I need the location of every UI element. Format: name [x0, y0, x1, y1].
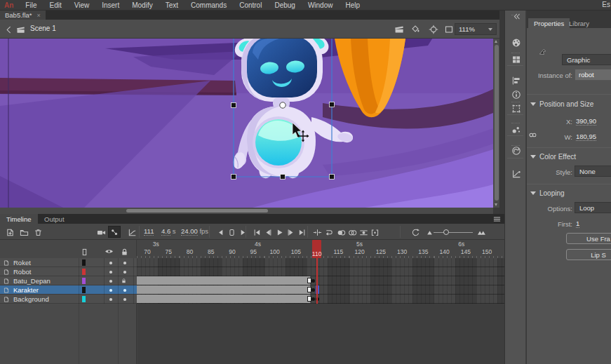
edit-symbols-button[interactable] [410, 24, 422, 35]
graph-editor-button[interactable] [126, 227, 137, 238]
transform-point[interactable] [280, 102, 286, 108]
loop-playback-button[interactable] [323, 227, 334, 238]
edit-scene-button[interactable] [394, 24, 405, 35]
layer-outline-swatch[interactable] [82, 296, 86, 302]
layer-lock-dot[interactable] [123, 262, 126, 264]
layer-row-robot[interactable]: Robot [0, 267, 137, 276]
next-frame-button[interactable] [285, 227, 296, 238]
onion-skin-button[interactable] [335, 227, 347, 238]
stage-horizontal-scrollbar[interactable] [0, 208, 493, 214]
x-value[interactable]: 390,90 [576, 117, 596, 126]
menu-item-commands[interactable]: Commands [184, 0, 233, 11]
stage[interactable] [0, 39, 493, 208]
outline-all-layers-button[interactable] [80, 248, 89, 257]
step-forward-button[interactable] [237, 227, 248, 238]
elapsed-time-counter[interactable]: 4.6 s [161, 228, 176, 235]
playhead-marker[interactable]: 110 [312, 240, 321, 258]
step-back-button[interactable] [215, 227, 226, 238]
dock-grip[interactable] [511, 145, 520, 147]
loop-options-select[interactable]: Loop [575, 202, 611, 213]
play-button[interactable] [274, 227, 285, 238]
frame-span[interactable] [137, 276, 311, 285]
go-last-button[interactable] [296, 227, 307, 238]
tab-timeline[interactable]: Timeline [0, 214, 38, 224]
zoom-out-frames-button[interactable] [424, 227, 435, 238]
layer-outline-swatch[interactable] [82, 287, 86, 293]
symbol-type-select[interactable]: Graphic [562, 54, 611, 65]
dock-grip[interactable] [511, 123, 520, 124]
keyframe-dot[interactable] [311, 297, 315, 301]
workspace-switcher[interactable]: Es [602, 1, 611, 8]
tab-output[interactable]: Output [38, 214, 71, 224]
empty-end-frame[interactable] [307, 278, 311, 283]
frame-span[interactable] [137, 285, 311, 294]
dock-grip[interactable] [511, 53, 520, 54]
instance-name-field[interactable] [575, 69, 611, 81]
scroll-down-icon[interactable] [495, 203, 497, 206]
close-tab-icon[interactable]: × [37, 12, 41, 19]
color-panel-button[interactable] [511, 37, 522, 48]
current-frame-counter[interactable]: 111 [144, 228, 154, 235]
menu-item-control[interactable]: Control [233, 0, 268, 11]
menu-item-file[interactable]: File [19, 0, 43, 11]
show-hide-all-layers-button[interactable] [105, 247, 114, 256]
lock-all-layers-button[interactable] [120, 248, 129, 257]
layer-lock-dot[interactable] [123, 289, 126, 292]
empty-end-frame[interactable] [307, 287, 311, 292]
cc-libraries-panel-button[interactable] [511, 145, 522, 156]
swatches-panel-button[interactable] [511, 54, 522, 65]
section-position-size[interactable]: Position and Size [530, 100, 593, 108]
stage-vertical-scrollbar[interactable] [493, 39, 499, 208]
motion-editor-panel-button[interactable] [511, 168, 522, 180]
document-tab[interactable]: Bab5.fla* × [0, 11, 46, 20]
menu-item-text[interactable]: Text [159, 0, 184, 11]
delete-layer-button[interactable] [32, 227, 43, 238]
frame-rate-counter[interactable]: 24.00 fps [181, 228, 208, 235]
zoom-in-frames-button[interactable] [476, 227, 487, 238]
layer-visibility-dot[interactable] [109, 271, 112, 274]
back-button[interactable] [3, 24, 14, 35]
frames-row-karakter[interactable] [137, 285, 504, 295]
current-frame-box-button[interactable] [226, 227, 237, 238]
keyframe-dot[interactable] [311, 288, 315, 292]
transform-panel-button[interactable] [511, 103, 522, 114]
menu-item-help[interactable]: Help [339, 0, 366, 11]
scene-name[interactable]: Scene 1 [30, 25, 56, 32]
new-folder-button[interactable] [18, 227, 29, 238]
center-stage-button[interactable] [428, 24, 439, 35]
brush-library-panel-button[interactable] [511, 124, 522, 135]
align-panel-button[interactable] [511, 75, 522, 86]
section-color-effect[interactable]: Color Effect [530, 153, 576, 161]
zoom-select[interactable]: 111% [455, 23, 497, 35]
clip-content-button[interactable] [443, 24, 455, 35]
new-layer-button[interactable] [4, 227, 15, 238]
panel-menu-button[interactable] [492, 215, 502, 224]
prev-frame-button[interactable] [262, 227, 274, 238]
scrollbar-thumb[interactable] [126, 209, 268, 213]
menu-item-view[interactable]: View [68, 0, 96, 11]
frames-row-batu_depan[interactable] [137, 276, 504, 285]
lip-syncing-button[interactable]: Lip S [566, 249, 611, 260]
panel-divider[interactable] [499, 11, 504, 214]
edit-multiple-frames-button[interactable] [358, 227, 369, 238]
w-value[interactable]: 180,95 [576, 133, 596, 141]
layer-lock-dot[interactable] [123, 271, 126, 274]
keyframe-dot[interactable] [311, 279, 315, 283]
layer-outline-swatch[interactable] [82, 259, 86, 266]
layer-visibility-dot[interactable] [109, 262, 112, 264]
dock-grip[interactable] [511, 15, 520, 16]
dock-grip[interactable] [511, 102, 520, 103]
empty-end-frame[interactable] [307, 296, 311, 302]
scroll-up-icon[interactable] [495, 40, 497, 43]
menu-item-debug[interactable]: Debug [268, 0, 301, 11]
menu-item-window[interactable]: Window [302, 0, 340, 11]
lock-icon[interactable] [121, 278, 127, 284]
menu-item-edit[interactable]: Edit [43, 0, 67, 11]
collapse-panels-button[interactable] [511, 12, 521, 21]
onion-outlines-button[interactable] [347, 227, 358, 238]
layer-outline-swatch[interactable] [82, 269, 86, 275]
slider-knob[interactable] [443, 229, 449, 235]
layer-visibility-dot[interactable] [109, 298, 112, 301]
show-parenting-button[interactable] [108, 226, 121, 238]
layer-visibility-dot[interactable] [109, 289, 112, 292]
